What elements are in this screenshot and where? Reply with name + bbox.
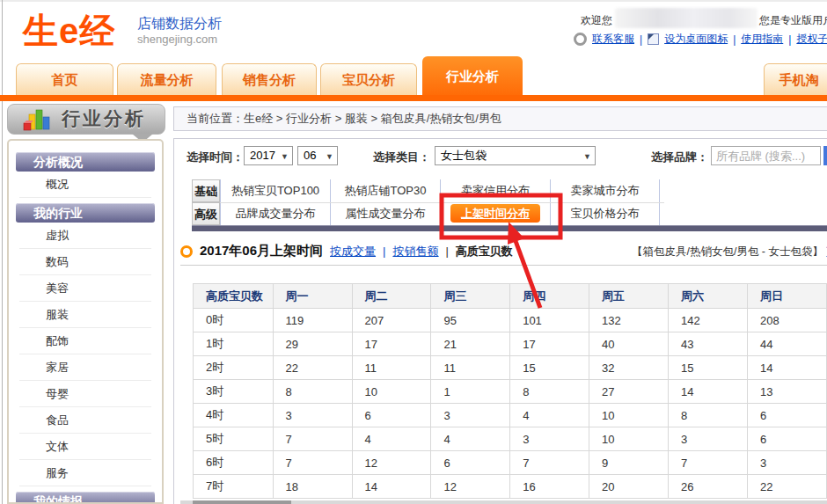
nav-tab[interactable]: 手机淘 [764, 63, 827, 95]
table-cell: 4 [510, 404, 589, 427]
report-tab-grid: 基础热销宝贝TOP100热销店铺TOP30卖家信用分布卖家城市分布高级品牌成交量… [192, 179, 664, 225]
column-header: 周日 [748, 284, 827, 309]
row-label: 5时 [194, 427, 274, 451]
link-separator: | [733, 33, 736, 46]
bullet-icon [180, 245, 193, 258]
table-cell: 21 [431, 332, 510, 356]
set-desktop-icon-link[interactable]: 设为桌面图标 [664, 32, 728, 47]
report-tab[interactable]: 卖家城市分布 [550, 179, 660, 202]
report-tab[interactable]: 卖家信用分布 [440, 179, 550, 202]
table-cell: 40 [589, 332, 669, 356]
category-note-text: 【箱包皮具/热销女包/男包 - 女士包袋】 [632, 245, 823, 258]
user-links: 联系客服 | 设为桌面图标 | 使用指南 | 授权子账号 [574, 32, 827, 47]
table-cell: 1 [431, 380, 510, 404]
table-cell: 3 [431, 404, 510, 427]
sidebar-item[interactable]: 数码 [19, 249, 151, 275]
horizontal-scrollbar-thumb[interactable] [193, 500, 291, 504]
category-select-value: 女士包袋 [441, 149, 487, 162]
chevron-down-icon: ▼ [281, 148, 289, 165]
sort-by-volume-link[interactable]: 按成交量 [330, 244, 376, 259]
table-cell: 8 [669, 404, 748, 427]
breadcrumb: 当前位置：生e经 > 行业分析 > 服装 > 箱包皮具/热销女包/男包 [173, 106, 827, 131]
brand-search-button[interactable] [823, 146, 827, 165]
section-divider [180, 265, 827, 266]
table-cell: 29 [273, 332, 352, 356]
row-label: 2时 [194, 356, 274, 380]
logo-subtitle: 店铺数据分析 [137, 15, 222, 33]
contact-service-link[interactable]: 联系客服 [592, 32, 634, 47]
link-separator: | [383, 245, 385, 258]
sidebar-item[interactable]: 母婴 [19, 381, 151, 407]
table-row: 6时71267973 [194, 451, 827, 475]
table-cell: 15 [669, 356, 748, 380]
month-select-value: 06 [304, 149, 316, 162]
year-select-value: 2017 [250, 149, 275, 162]
nav-tab[interactable]: 宝贝分析 [320, 63, 417, 95]
table-cell: 208 [748, 309, 827, 332]
table-cell: 44 [748, 332, 827, 356]
bar-chart-3d-icon [21, 107, 55, 134]
report-tab-group-label: 高级 [192, 202, 220, 225]
sidebar-item[interactable]: 美容 [19, 275, 151, 302]
table-cell: 43 [669, 332, 748, 356]
logo[interactable]: 生e经 [23, 7, 115, 55]
table-cell: 142 [669, 309, 748, 332]
table-row: 5时74431036 [194, 427, 827, 451]
page-top-edge [0, 0, 827, 2]
table-cell: 32 [589, 356, 669, 380]
table-cell: 17 [510, 332, 589, 356]
table-cell: 4 [352, 427, 431, 451]
report-tab[interactable]: 属性成交量分布 [330, 202, 440, 225]
section-title: 2017年06月上架时间 [200, 243, 323, 259]
sidebar-item[interactable]: 文体 [19, 434, 151, 460]
table-row: 4时36341086 [194, 404, 827, 427]
sort-by-sales-link[interactable]: 按销售额 [392, 244, 438, 259]
table-cell: 7 [510, 451, 589, 475]
report-tab[interactable]: 宝贝价格分布 [550, 202, 660, 225]
brand-search-input[interactable] [711, 146, 821, 165]
table-cell: 207 [352, 309, 431, 332]
table-cell: 26 [669, 475, 748, 499]
nav-tab[interactable]: 首页 [16, 63, 113, 95]
sidebar-item[interactable]: 配饰 [19, 328, 151, 354]
report-tab-active-label[interactable]: 上架时间分布 [450, 204, 540, 223]
welcome-prefix: 欢迎您 [581, 13, 612, 28]
category-select[interactable]: 女士包袋 ▼ [435, 146, 596, 165]
link-separator: | [640, 33, 642, 46]
chevron-down-icon: ▼ [326, 148, 333, 165]
column-header: 周五 [589, 284, 669, 309]
report-tab[interactable]: 热销店铺TOP30 [330, 179, 440, 202]
sidebar-item[interactable]: 服务 [19, 460, 151, 486]
year-select[interactable]: 2017 ▼ [244, 146, 293, 165]
sidebar-section-header: 分析概况 [16, 152, 155, 172]
column-header: 周三 [431, 284, 510, 309]
table-cell: 20 [589, 475, 669, 499]
sidebar-item[interactable]: 家居 [19, 354, 151, 381]
sub-account-link[interactable]: 授权子账号 [796, 32, 827, 47]
report-tab[interactable]: 上架时间分布 [440, 202, 550, 225]
table-cell: 6 [431, 451, 510, 475]
nav-tab[interactable]: 流量分析 [117, 63, 216, 95]
report-tab[interactable]: 热销宝贝TOP100 [220, 179, 330, 202]
table-cell: 11 [431, 356, 510, 380]
sidebar-item[interactable]: 概况 [19, 172, 151, 198]
sidebar-item[interactable]: 虚拟 [19, 223, 151, 249]
nav-tab[interactable]: 销售分析 [222, 63, 317, 95]
column-header: 周一 [273, 284, 352, 309]
table-cell: 12 [352, 451, 431, 475]
user-guide-link[interactable]: 使用指南 [741, 32, 783, 47]
month-select[interactable]: 06 ▼ [297, 146, 338, 165]
report-tab-group-label: 基础 [192, 179, 220, 202]
time-filter-label: 选择时间： [187, 150, 244, 165]
table-row: 1时29172117404344 [194, 332, 827, 356]
section-header: 2017年06月上架时间 按成交量 | 按销售额 | 高质宝贝数 [180, 243, 513, 259]
sidebar-title: 行业分析 [62, 106, 146, 131]
sidebar: 分析概况概况我的行业虚拟数码美容服装配饰家居母婴食品文体服务我的情报 [7, 139, 164, 504]
report-tab[interactable]: 品牌成交量分布 [220, 202, 330, 225]
app-window: 生e经 店铺数据分析 shengejing.com 欢迎您 您是专业版用户 联系… [0, 0, 827, 504]
logo-side: 店铺数据分析 shengejing.com [137, 15, 222, 47]
sidebar-item[interactable]: 食品 [19, 407, 151, 434]
row-label: 4时 [194, 404, 274, 427]
table-cell: 101 [510, 309, 589, 332]
sidebar-item[interactable]: 服装 [19, 302, 151, 328]
